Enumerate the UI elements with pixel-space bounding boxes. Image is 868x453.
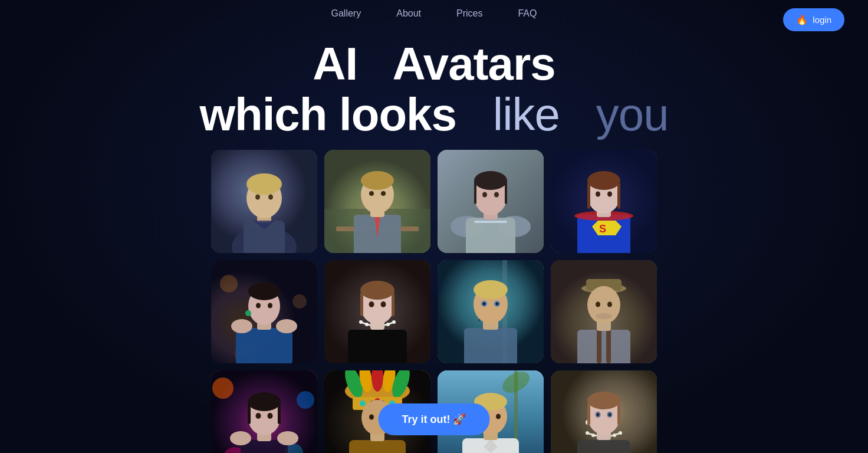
svg-point-63 <box>386 323 390 326</box>
svg-point-147 <box>619 431 622 435</box>
svg-point-59 <box>365 323 369 326</box>
svg-rect-47 <box>236 328 292 363</box>
svg-point-41 <box>596 191 600 196</box>
svg-rect-28 <box>505 180 507 204</box>
gallery-item-7[interactable] <box>438 260 544 363</box>
svg-point-157 <box>609 413 611 416</box>
svg-point-146 <box>613 434 616 437</box>
svg-rect-40 <box>617 183 620 209</box>
gallery-item-5[interactable] <box>211 260 317 363</box>
svg-point-38 <box>587 171 620 190</box>
gallery-item-6[interactable] <box>324 260 430 363</box>
svg-point-18 <box>381 191 386 196</box>
svg-point-124 <box>369 414 374 419</box>
nav-prices[interactable]: Prices <box>456 8 482 19</box>
svg-point-99 <box>230 431 251 445</box>
hero-you: you <box>596 88 669 140</box>
svg-point-53 <box>245 310 251 316</box>
svg-point-26 <box>474 171 507 190</box>
svg-rect-104 <box>248 403 251 424</box>
svg-point-54 <box>256 303 261 308</box>
svg-point-55 <box>268 303 272 308</box>
svg-point-81 <box>496 302 499 305</box>
svg-point-42 <box>607 191 612 196</box>
svg-point-80 <box>483 302 486 305</box>
gallery-item-12[interactable] <box>551 370 657 453</box>
gallery-item-3[interactable] <box>438 150 544 253</box>
svg-rect-74 <box>464 328 517 363</box>
svg-point-94 <box>212 378 234 399</box>
svg-point-70 <box>369 301 374 307</box>
svg-point-58 <box>359 320 363 324</box>
svg-rect-39 <box>587 183 590 209</box>
svg-point-95 <box>297 391 314 409</box>
svg-point-142 <box>591 434 595 437</box>
svg-point-103 <box>248 392 281 411</box>
svg-point-49 <box>276 319 297 333</box>
nav-links: Gallery About Prices FAQ <box>331 8 537 19</box>
svg-text:S: S <box>599 223 606 235</box>
svg-point-6 <box>255 194 260 199</box>
svg-point-52 <box>248 283 280 300</box>
hero-ai: AI <box>313 38 357 90</box>
hero-like: like <box>493 88 560 140</box>
svg-rect-27 <box>474 180 476 204</box>
hero-section: AI Avatars which looks like you <box>0 27 868 150</box>
gallery-item-1[interactable] <box>211 150 317 253</box>
svg-point-141 <box>586 431 589 435</box>
gallery-item-2[interactable] <box>324 150 430 253</box>
svg-point-30 <box>494 192 499 197</box>
svg-point-90 <box>596 301 600 307</box>
hero-which-looks: which looks <box>199 88 456 140</box>
svg-point-151 <box>587 392 620 409</box>
gallery-item-4[interactable]: S <box>551 150 657 253</box>
svg-point-156 <box>597 413 599 416</box>
svg-rect-121 <box>349 440 406 453</box>
svg-point-107 <box>268 413 273 419</box>
svg-rect-68 <box>360 293 363 316</box>
hero-line1: AI Avatars <box>0 39 868 90</box>
svg-point-64 <box>392 320 396 324</box>
svg-point-29 <box>482 192 487 197</box>
svg-point-7 <box>268 194 273 199</box>
fire-icon: 🔥 <box>796 14 808 25</box>
svg-point-71 <box>381 301 386 307</box>
svg-marker-33 <box>592 221 622 235</box>
svg-rect-57 <box>348 330 407 363</box>
svg-point-67 <box>360 281 394 300</box>
svg-point-91 <box>607 301 612 307</box>
svg-point-116 <box>360 401 366 406</box>
svg-point-5 <box>246 173 282 195</box>
gallery-item-8[interactable] <box>551 260 657 363</box>
svg-point-16 <box>361 171 394 190</box>
svg-point-45 <box>292 294 307 308</box>
hero-line2: which looks like you <box>0 90 868 140</box>
svg-point-106 <box>256 413 261 419</box>
svg-point-17 <box>369 191 374 196</box>
svg-rect-83 <box>577 330 630 363</box>
svg-point-138 <box>496 413 501 419</box>
svg-point-44 <box>220 275 238 293</box>
navigation: Gallery About Prices FAQ 🔥 login <box>0 0 868 27</box>
svg-point-100 <box>277 431 298 445</box>
gallery-item-9[interactable] <box>211 370 317 453</box>
svg-rect-140 <box>577 440 630 453</box>
cta-container: Try it out! 🚀 <box>379 403 490 435</box>
nav-about[interactable]: About <box>396 8 421 19</box>
svg-rect-152 <box>587 403 590 425</box>
svg-rect-23 <box>474 221 507 223</box>
login-label: login <box>813 15 831 25</box>
nav-faq[interactable]: FAQ <box>518 8 537 19</box>
svg-point-77 <box>474 280 508 299</box>
hero-avatars: Avatars <box>392 38 555 90</box>
svg-point-48 <box>231 319 252 333</box>
svg-rect-105 <box>278 403 281 424</box>
cta-button[interactable]: Try it out! 🚀 <box>379 403 490 435</box>
svg-rect-69 <box>392 293 394 316</box>
nav-gallery[interactable]: Gallery <box>331 8 361 19</box>
svg-rect-153 <box>617 403 620 425</box>
svg-point-92 <box>596 313 612 319</box>
